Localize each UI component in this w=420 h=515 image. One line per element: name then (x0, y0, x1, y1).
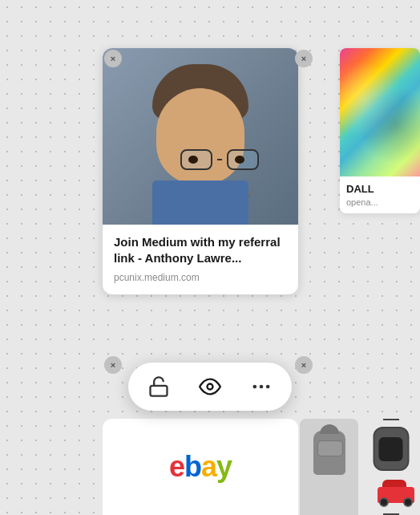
backpack-icon (313, 431, 345, 475)
close-button-bottom-left[interactable]: × (104, 356, 122, 374)
article-card-body: Join Medium with my referral link - Anth… (103, 225, 298, 294)
watch-icon (373, 427, 409, 471)
right-card-image (340, 48, 420, 176)
more-button[interactable] (247, 372, 276, 401)
glasses-bridge (217, 159, 222, 160)
ebay-y: y (216, 450, 232, 483)
watch-card (361, 419, 420, 515)
car-wheel-left (379, 497, 389, 507)
article-title: Join Medium with my referral link - Anth… (114, 234, 287, 267)
unlock-button[interactable] (144, 372, 173, 401)
glasses (180, 148, 260, 171)
view-button[interactable] (196, 372, 224, 401)
person-photo (103, 48, 298, 225)
right-card-title: DALL (346, 183, 414, 195)
ebay-a: a (201, 450, 216, 483)
right-card: DALL opena... (340, 48, 420, 213)
shirt (152, 180, 248, 225)
ebay-e: e (169, 450, 184, 483)
article-card-image (103, 48, 298, 225)
svg-rect-2 (151, 386, 168, 396)
close-button-top-right[interactable]: × (295, 50, 313, 67)
article-card: Join Medium with my referral link - Anth… (103, 48, 298, 294)
backpack-card (300, 419, 358, 515)
watch-strap-top (383, 419, 399, 420)
red-car (376, 479, 416, 507)
bottom-right-area (300, 419, 420, 515)
main-content: Join Medium with my referral link - Anth… (0, 0, 420, 515)
glass-right (227, 149, 259, 170)
svg-point-3 (208, 384, 213, 390)
svg-point-5 (260, 385, 264, 389)
svg-point-6 (266, 385, 270, 389)
svg-point-4 (253, 385, 257, 389)
car-wheel-right (403, 497, 413, 507)
ebay-b: b (184, 450, 201, 483)
toolbar (128, 363, 292, 411)
face (156, 88, 244, 185)
article-domain: pcunix.medium.com (114, 272, 287, 283)
right-card-domain: opena... (346, 197, 414, 207)
glass-left (180, 149, 212, 170)
ebay-logo: ebay (169, 450, 232, 484)
close-button-top-left[interactable]: × (104, 50, 122, 67)
ebay-card: ebay (103, 419, 298, 515)
right-card-body: DALL opena... (340, 176, 420, 213)
close-button-bottom-right[interactable]: × (295, 356, 313, 374)
